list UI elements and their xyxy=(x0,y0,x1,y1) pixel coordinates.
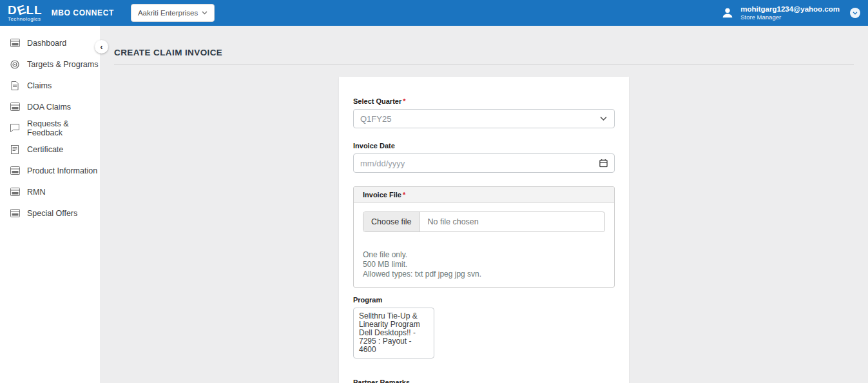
sidebar-item-claims[interactable]: Claims xyxy=(0,75,100,96)
document-icon xyxy=(10,81,20,91)
dashboard-icon xyxy=(10,102,20,112)
certificate-icon xyxy=(10,144,20,155)
sidebar-item-rmn[interactable]: RMN xyxy=(0,181,100,202)
no-file-chosen-text: No file chosen xyxy=(428,217,479,226)
title-divider xyxy=(114,64,854,64)
user-menu[interactable]: mohitgarg1234@yahoo.com Store Manager xyxy=(720,5,840,21)
sidebar-item-label: Requests & Feedback xyxy=(27,119,100,137)
sidebar-item-label: Product Information xyxy=(27,166,97,175)
dell-logo[interactable]: DELL Technologies xyxy=(8,4,43,22)
sidebar-item-label: RMN xyxy=(27,188,45,197)
help-line: Allowed types: txt pdf jpeg jpg svn. xyxy=(363,270,605,279)
invoice-date-box xyxy=(353,153,615,173)
sidebar-item-label: Targets & Programs xyxy=(27,60,98,69)
dashboard-icon xyxy=(10,166,20,176)
sidebar-item-label: Special Offers xyxy=(27,209,77,218)
target-icon xyxy=(10,59,20,70)
chevron-down-icon xyxy=(202,11,207,15)
required-asterisk: * xyxy=(403,97,405,105)
sidebar-item-product-information[interactable]: Product Information xyxy=(0,160,100,181)
file-upload-help: One file only. 500 MB limit. Allowed typ… xyxy=(363,250,605,279)
partner-remarks-label: Partner Remarks xyxy=(353,378,615,383)
help-line: One file only. xyxy=(363,250,605,260)
sidebar-item-special-offers[interactable]: Special Offers xyxy=(0,202,100,224)
dashboard-icon xyxy=(10,187,20,197)
user-avatar-icon xyxy=(720,6,735,20)
partner-remarks-field: Partner Remarks xyxy=(353,378,615,383)
invoice-date-label: Invoice Date xyxy=(353,142,615,150)
quarter-selected-value: Q1FY25 xyxy=(360,114,391,124)
store-selector-label: Aakriti Enterprises xyxy=(138,9,198,17)
invoice-file-fieldset: Invoice File* Choose file No file chosen… xyxy=(353,186,615,288)
dell-logo-text: DELL xyxy=(8,4,43,16)
chevron-down-icon xyxy=(853,12,858,15)
chevron-down-icon xyxy=(600,117,607,121)
sidebar-item-label: Certificate xyxy=(27,145,63,154)
program-listbox[interactable]: Sellthru Tie-Up & Linearity Program Dell… xyxy=(353,308,434,358)
sidebar-item-label: Dashboard xyxy=(27,39,66,48)
invoice-file-label: Invoice File* xyxy=(354,187,614,203)
invoice-date-input[interactable] xyxy=(354,154,614,172)
help-line: 500 MB limit. xyxy=(363,260,605,270)
sidebar: Dashboard Targets & Programs Claims DOA … xyxy=(0,26,100,383)
dashboard-icon xyxy=(10,208,20,219)
calendar-icon[interactable] xyxy=(599,159,608,168)
app-title: MBO CONNECT xyxy=(52,8,114,17)
sidebar-collapse-button[interactable]: ‹ xyxy=(95,40,108,54)
sidebar-item-dashboard[interactable]: Dashboard xyxy=(0,32,100,54)
program-label: Program xyxy=(353,296,615,304)
main-content: CREATE CLAIM INVOICE Select Quarter* Q1F… xyxy=(100,26,868,383)
sidebar-item-label: Claims xyxy=(27,81,52,90)
invoice-date-field: Invoice Date xyxy=(353,142,615,173)
page-title: CREATE CLAIM INVOICE xyxy=(114,48,854,57)
app-window: DELL Technologies MBO CONNECT Aakriti En… xyxy=(0,0,868,383)
required-asterisk: * xyxy=(403,191,405,199)
dashboard-icon xyxy=(10,38,20,48)
sidebar-item-label: DOA Claims xyxy=(27,103,71,112)
top-header: DELL Technologies MBO CONNECT Aakriti En… xyxy=(0,0,868,26)
sidebar-item-targets-programs[interactable]: Targets & Programs xyxy=(0,54,100,75)
dell-logo-subtext: Technologies xyxy=(8,17,43,22)
invoice-file-input[interactable]: Choose file No file chosen xyxy=(363,211,605,232)
user-email: mohitgarg1234@yahoo.com xyxy=(740,5,840,14)
choose-file-button[interactable]: Choose file xyxy=(363,212,420,231)
sidebar-item-certificate[interactable]: Certificate xyxy=(0,139,100,160)
sidebar-item-requests-feedback[interactable]: Requests & Feedback xyxy=(0,117,100,139)
quarter-select[interactable]: Q1FY25 xyxy=(353,109,615,128)
sidebar-item-doa-claims[interactable]: DOA Claims xyxy=(0,96,100,117)
program-field: Program Sellthru Tie-Up & Linearity Prog… xyxy=(353,296,615,358)
chat-bubble-icon xyxy=(10,123,20,133)
quarter-label: Select Quarter* xyxy=(353,97,615,105)
user-role: Store Manager xyxy=(740,14,840,21)
user-menu-caret-button[interactable] xyxy=(850,8,860,18)
program-option[interactable]: Sellthru Tie-Up & Linearity Program Dell… xyxy=(359,311,420,354)
quarter-field: Select Quarter* Q1FY25 xyxy=(353,97,615,128)
store-selector-button[interactable]: Aakriti Enterprises xyxy=(131,4,215,22)
claim-invoice-form: Select Quarter* Q1FY25 Invoice Date xyxy=(339,77,629,383)
